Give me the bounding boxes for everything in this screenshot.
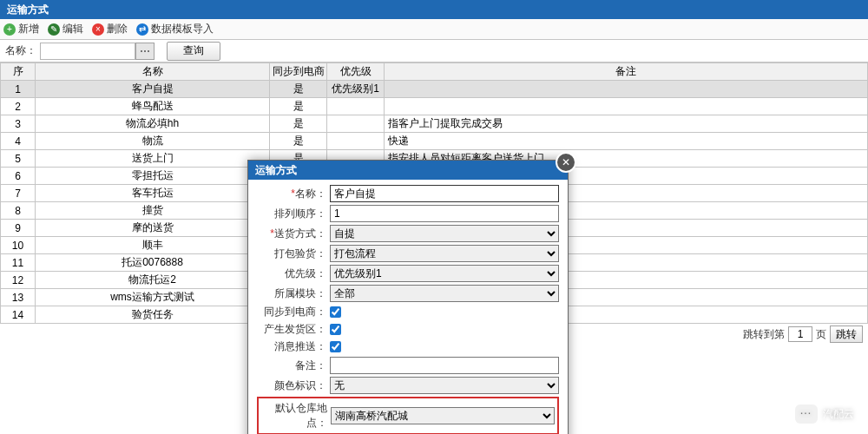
field-order[interactable] — [330, 205, 559, 222]
field-pack[interactable]: 打包流程 — [330, 245, 559, 262]
page-title: 运输方式 — [0, 0, 868, 19]
delete-button[interactable]: ×删除 — [92, 22, 128, 36]
table-row[interactable]: 2蜂鸟配送是 — [1, 98, 868, 115]
dialog-close-button[interactable]: ✕ — [556, 152, 576, 173]
col-priority[interactable]: 优先级 — [327, 63, 385, 81]
filter-bar: 名称： ⋯ 查询 — [0, 40, 868, 62]
toolbar: +新增 ✎编辑 ×删除 ⇄数据模板导入 — [0, 19, 868, 40]
pager-page-input[interactable] — [788, 326, 812, 342]
pager-jump-label: 跳转到第 — [743, 327, 785, 342]
field-push-check[interactable] — [330, 341, 341, 352]
table-row[interactable]: 4物流是快递 — [1, 133, 868, 150]
col-index[interactable]: 序 — [1, 63, 36, 81]
name-filter-input[interactable] — [40, 43, 135, 60]
wechat-icon — [795, 404, 818, 424]
field-color[interactable]: 无 — [330, 377, 559, 394]
lookup-button[interactable]: ⋯ — [135, 43, 155, 60]
field-name[interactable] — [330, 185, 559, 202]
col-sync[interactable]: 同步到电商 — [270, 63, 327, 81]
field-sync-check[interactable] — [330, 306, 341, 318]
import-icon: ⇄ — [136, 23, 148, 36]
field-module[interactable]: 全部 — [330, 285, 559, 302]
query-button[interactable]: 查询 — [167, 42, 220, 61]
table-row[interactable]: 1客户自提是优先级别1 — [1, 81, 868, 98]
watermark: 汽配云 — [795, 404, 854, 424]
field-ship-method[interactable]: 自提 — [330, 225, 559, 242]
add-icon: + — [3, 23, 16, 36]
delete-icon: × — [92, 23, 104, 36]
field-priority[interactable]: 优先级别1 — [330, 265, 559, 282]
import-button[interactable]: ⇄数据模板导入 — [136, 22, 214, 36]
table-row[interactable]: 3物流必填hh是指客户上门提取完成交易 — [1, 115, 868, 133]
field-note[interactable] — [330, 357, 559, 374]
field-gen-check[interactable] — [330, 324, 341, 335]
close-icon: ✕ — [562, 156, 570, 168]
highlight-default-location: 默认仓库地点：湖南高桥汽配城 — [257, 397, 559, 434]
field-default-location[interactable]: 湖南高桥汽配城 — [331, 407, 555, 424]
name-filter-label: 名称： — [5, 43, 36, 58]
dialog-transport-mode: 运输方式 ✕ *名称： 排列顺序： *送货方式：自提 打包验货：打包流程 优先级… — [247, 160, 569, 434]
edit-button[interactable]: ✎编辑 — [48, 22, 83, 36]
add-button[interactable]: +新增 — [3, 22, 39, 36]
col-name[interactable]: 名称 — [36, 63, 270, 81]
pager-unit: 页 — [816, 327, 826, 342]
pager-go-button[interactable]: 跳转 — [830, 326, 863, 343]
dialog-title: 运输方式 — [248, 161, 568, 180]
col-note[interactable]: 备注 — [385, 63, 868, 81]
edit-icon: ✎ — [48, 23, 60, 36]
